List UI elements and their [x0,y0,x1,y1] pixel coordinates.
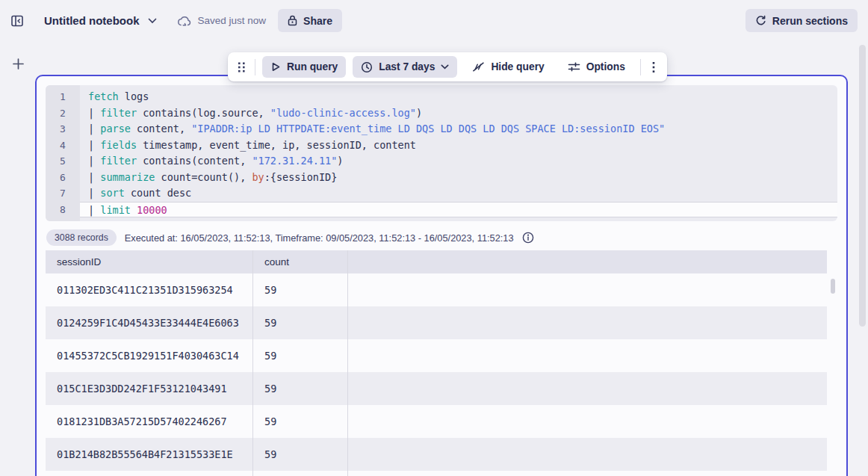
count-cell [253,471,348,476]
empty-cell [348,339,827,372]
empty-cell [348,405,827,438]
empty-cell [348,273,827,306]
cloud-icon [177,16,191,26]
session-id-cell [46,471,253,476]
page-scrollbar-thumb[interactable] [859,45,866,327]
share-button[interactable]: Share [278,9,342,32]
count-cell: 59 [253,405,348,438]
column-header[interactable] [348,250,827,273]
line-number: 2 [46,105,80,122]
code-line[interactable]: 7| sort count desc [46,185,837,202]
code-text: fetch logs [80,89,837,105]
execution-info-text: Executed at: 16/05/2023, 11:52:13, Timef… [125,232,514,244]
table-header-row: sessionIDcount [46,250,827,273]
code-text: | filter contains(content, "172.31.24.11… [80,153,837,170]
code-line[interactable]: 8| limit 10000 [46,202,837,218]
session-id-cell: 011302ED3C411C21351D315963254 [46,273,253,306]
code-text: | filter contains(log.source, "ludo-clin… [80,105,837,122]
code-line[interactable]: 6| summarize count=count(), by:{sessionI… [46,170,837,186]
chevron-down-icon [148,18,157,24]
code-line[interactable]: 4| fields timestamp, event_time, ip, ses… [46,137,837,154]
results-meta: 3088 records Executed at: 16/05/2023, 11… [46,229,534,246]
column-header[interactable]: count [253,250,348,273]
code-line[interactable]: 5| filter contains(content, "172.31.24.1… [46,153,837,170]
code-line[interactable]: 1fetch logs [46,89,837,105]
code-text: | limit 10000 [80,202,837,218]
timeframe-button[interactable]: Last 7 days [353,56,457,78]
more-menu-button[interactable] [648,61,660,73]
add-cell-button[interactable] [12,58,25,70]
empty-cell [348,438,827,471]
session-id-cell: 0181231DB3A57215D57402246267 [46,405,253,438]
count-cell: 59 [253,306,348,339]
toolbar-divider [640,59,641,75]
notebook-cell: 1fetch logs2| filter contains(log.source… [35,75,848,476]
share-button-label: Share [303,15,332,27]
line-number: 5 [46,153,80,170]
timeframe-label: Last 7 days [379,61,435,72]
table-row[interactable]: 01B214B82B55564B4F21315533E1E59 [46,438,827,471]
chevron-down-icon [441,64,449,69]
line-number: 1 [46,89,80,105]
line-number: 8 [46,202,80,218]
page-title: Untitled notebook [44,14,140,27]
options-label: Options [586,61,625,72]
info-icon[interactable] [522,232,534,244]
empty-cell [348,372,827,405]
rerun-icon [755,15,766,26]
topbar: Untitled notebook Saved just now Share [0,0,868,41]
table-row[interactable]: 0124259F1C4D45433E33444E4E606359 [46,306,827,339]
table-row[interactable] [46,471,827,476]
rerun-sections-button[interactable]: Rerun sections [745,9,858,32]
hide-query-icon [472,61,485,72]
hide-query-button[interactable]: Hide query [464,56,552,78]
rerun-button-label: Rerun sections [772,15,848,27]
session-id-cell: 015C1E3D3DD242F1F53121043491 [46,372,253,405]
page-scrollbar[interactable] [859,0,866,476]
drag-handle[interactable] [235,61,248,73]
empty-cell [348,306,827,339]
code-text: | sort count desc [80,185,837,202]
drag-handle-icon [238,61,246,73]
table-scrollbar-thumb[interactable] [831,279,835,294]
session-id-cell: 01455372C5CB1929151F4030463C14 [46,339,253,372]
run-query-button[interactable]: Run query [262,56,346,78]
empty-cell [348,471,827,476]
code-line[interactable]: 3| parse content, "IPADDR:ip LD HTTPDATE… [46,121,837,137]
cell-toolbar: Run query Last 7 days Hide query Options [228,52,667,81]
hide-query-label: Hide query [491,61,544,72]
notebook-title-menu[interactable]: Untitled notebook [44,14,157,27]
panel-collapse-icon [10,14,24,28]
line-number: 7 [46,185,80,202]
kebab-menu-icon [652,61,655,73]
count-cell: 59 [253,339,348,372]
sidebar-toggle-button[interactable] [10,14,24,28]
table-row[interactable]: 01455372C5CB1929151F4030463C1459 [46,339,827,372]
play-icon [270,61,281,72]
table-row[interactable]: 015C1E3D3DD242F1F5312104349159 [46,372,827,405]
line-number: 4 [46,137,80,154]
session-id-cell: 0124259F1C4D45433E33444E4E6063 [46,306,253,339]
clock-icon [361,61,373,73]
save-status-text: Saved just now [198,15,267,26]
table-body: 011302ED3C411C21351D315963254590124259F1… [46,273,827,476]
code-lines: 1fetch logs2| filter contains(log.source… [46,89,837,217]
options-sliders-icon [568,61,580,72]
toolbar-divider [255,59,255,75]
line-number: 6 [46,170,80,186]
column-header[interactable]: sessionID [46,250,253,273]
lock-icon [288,15,297,26]
code-text: | summarize count=count(), by:{sessionID… [80,170,837,186]
query-editor[interactable]: 1fetch logs2| filter contains(log.source… [46,85,837,221]
count-cell: 59 [253,273,348,306]
line-number: 3 [46,121,80,137]
run-query-label: Run query [287,61,338,72]
code-line[interactable]: 2| filter contains(log.source, "ludo-cli… [46,105,837,122]
table-row[interactable]: 011302ED3C411C21351D31596325459 [46,273,827,306]
options-button[interactable]: Options [559,56,633,78]
plus-icon [12,58,25,70]
session-id-cell: 01B214B82B55564B4F21315533E1E [46,438,253,471]
table-row[interactable]: 0181231DB3A57215D5740224626759 [46,405,827,438]
save-status: Saved just now [177,15,267,26]
code-text: | fields timestamp, event_time, ip, sess… [80,137,837,154]
